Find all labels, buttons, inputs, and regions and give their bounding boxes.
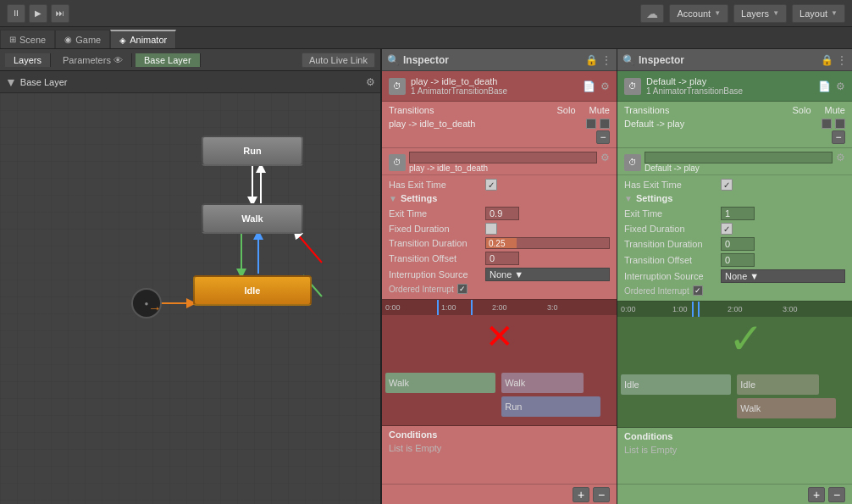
mute-checkbox-right[interactable] bbox=[835, 119, 845, 129]
exit-time-row-left: Exit Time 0.9 bbox=[389, 207, 610, 220]
pause-button[interactable]: ⏸ bbox=[7, 4, 25, 23]
lock-button[interactable]: 🔒 bbox=[585, 54, 598, 66]
transition-offset-input-left[interactable]: 0 bbox=[485, 252, 519, 265]
settings-right: Has Exit Time ▼ Settings Exit Time 1 Fix… bbox=[617, 175, 852, 301]
kebab-menu-button-right[interactable]: ⋮ bbox=[837, 54, 847, 66]
preview-gear-left[interactable]: ⚙ bbox=[600, 152, 610, 163]
solo-checkbox-left[interactable] bbox=[586, 119, 596, 129]
conditions-section-right: Conditions List is Empty bbox=[617, 428, 852, 484]
ordered-interrupt-row-right: Ordered Interrupt bbox=[624, 285, 845, 296]
transition-info-right: ⏱ Default -> play 1 AnimatorTransitionBa… bbox=[617, 71, 852, 102]
top-bar: ⏸ ▶ ⏭ ☁ Account ▼ Layers ▼ Layout ▼ bbox=[0, 0, 852, 27]
transition-offset-row-left: Transition Offset 0 bbox=[389, 252, 610, 265]
layers-dropdown[interactable]: Layers ▼ bbox=[733, 4, 787, 23]
remove-condition-button-left[interactable]: − bbox=[593, 487, 610, 502]
has-exit-time-row-left: Has Exit Time bbox=[389, 179, 610, 191]
kebab-menu-button[interactable]: ⋮ bbox=[601, 54, 611, 66]
layout-dropdown[interactable]: Layout ▼ bbox=[792, 4, 845, 23]
add-condition-button-right[interactable]: + bbox=[808, 487, 825, 502]
transition-duration-input-right[interactable]: 0 bbox=[721, 237, 755, 251]
right-panels: 🔍 Inspector 🔒 ⋮ ⏱ play -> idle_to_death … bbox=[381, 49, 852, 504]
settings-left: Has Exit Time ▼ Settings Exit Time 0.9 F… bbox=[382, 175, 617, 299]
preview-gear-right[interactable]: ⚙ bbox=[836, 152, 845, 163]
ordered-interrupt-row-left: Ordered Interrupt bbox=[389, 284, 610, 294]
fixed-duration-row-right: Fixed Duration bbox=[624, 223, 845, 235]
state-idle[interactable]: Idle bbox=[193, 275, 312, 306]
tab-bar: ⊞ Scene ◉ Game ◈ Animator bbox=[0, 27, 852, 49]
conditions-footer-left: + − bbox=[382, 484, 617, 504]
fixed-duration-checkbox-right[interactable] bbox=[721, 223, 733, 235]
script-button-right[interactable]: 📄 bbox=[818, 80, 831, 92]
transitions-table-right: Transitions Solo Mute Default -> play − bbox=[617, 102, 852, 148]
transition-icon-row-left: ⏱ ⚙ play -> idle_to_death bbox=[382, 148, 617, 175]
exit-time-input-left[interactable]: 0.9 bbox=[485, 207, 519, 220]
settings-section-header-left[interactable]: ▼ Settings bbox=[389, 193, 610, 203]
timeline-ruler-left: 0:00 1:00 2:00 3:0 bbox=[382, 300, 617, 315]
track-walk-right: Walk bbox=[737, 398, 835, 418]
gear-button-right[interactable]: ⚙ bbox=[836, 80, 845, 92]
transition-offset-input-right[interactable]: 0 bbox=[721, 253, 755, 267]
solo-checkbox-right[interactable] bbox=[822, 119, 832, 129]
eye-icon: 👁 bbox=[113, 55, 123, 65]
preview-bar-right bbox=[645, 152, 833, 163]
remove-transition-button-right[interactable]: − bbox=[832, 130, 845, 144]
left-inspector-header: 🔍 Inspector 🔒 ⋮ bbox=[382, 49, 617, 71]
account-dropdown[interactable]: Account ▼ bbox=[669, 4, 728, 23]
timeline-left: 0:00 1:00 2:00 3:0 ✕ Walk bbox=[382, 299, 617, 426]
gear-button-left[interactable]: ⚙ bbox=[600, 80, 610, 92]
tab-animator[interactable]: ◈ Animator bbox=[110, 30, 176, 48]
script-button-left[interactable]: 📄 bbox=[583, 80, 595, 92]
add-condition-button-left[interactable]: + bbox=[573, 487, 589, 502]
remove-condition-button-right[interactable]: − bbox=[828, 487, 845, 502]
mute-checkbox-left[interactable] bbox=[600, 119, 610, 129]
error-x-icon: ✕ bbox=[485, 317, 514, 356]
exit-time-input-right[interactable]: 1 bbox=[721, 207, 755, 220]
transition-icon2-right: ⏱ bbox=[624, 154, 641, 171]
parameters-tab[interactable]: Parameters 👁 bbox=[54, 53, 132, 67]
transition-row-right[interactable]: Default -> play bbox=[624, 117, 845, 130]
scene-icon: ⊞ bbox=[9, 35, 16, 44]
cloud-button[interactable]: ☁ bbox=[640, 4, 664, 23]
playhead-left-right bbox=[692, 302, 694, 317]
transition-info-left: ⏱ play -> idle_to_death 1 AnimatorTransi… bbox=[382, 71, 617, 102]
conditions-footer-right: + − bbox=[617, 484, 852, 504]
tab-game[interactable]: ◉ Game bbox=[55, 30, 110, 48]
layer-gear-button[interactable]: ⚙ bbox=[366, 76, 375, 88]
state-walk[interactable]: Walk bbox=[202, 203, 303, 234]
ordered-interrupt-checkbox-left[interactable] bbox=[457, 284, 467, 294]
transition-icon-right: ⏱ bbox=[624, 78, 641, 95]
interruption-select-left[interactable]: None ▼ bbox=[485, 268, 610, 281]
auto-live-button[interactable]: Auto Live Link bbox=[302, 53, 375, 68]
interruption-row-right: Interruption Source None ▼ bbox=[624, 269, 845, 283]
state-run[interactable]: Run bbox=[202, 136, 303, 166]
interruption-select-right[interactable]: None ▼ bbox=[721, 269, 845, 283]
lock-button-right[interactable]: 🔒 bbox=[821, 54, 833, 66]
account-arrow-icon: ▼ bbox=[714, 9, 721, 17]
transition-duration-bar-left[interactable]: 0.25 bbox=[485, 237, 610, 249]
inspector-icon-right: 🔍 bbox=[622, 54, 635, 66]
animator-panel: Layers Parameters 👁 Base Layer Auto Live… bbox=[0, 49, 381, 504]
track-walk-1-left: Walk bbox=[385, 373, 495, 393]
settings-arrow-icon-right: ▼ bbox=[624, 194, 633, 203]
tab-scene[interactable]: ⊞ Scene bbox=[0, 30, 55, 48]
interruption-row-left: Interruption Source None ▼ bbox=[389, 268, 610, 281]
conditions-section-left: Conditions List is Empty bbox=[382, 426, 617, 484]
layer-expand-icon: ▼ bbox=[5, 75, 17, 89]
check-icon: ✓ bbox=[728, 314, 764, 363]
track-idle-2-right: Idle bbox=[737, 374, 819, 395]
transition-row-left[interactable]: play -> idle_to_death bbox=[389, 117, 610, 130]
ordered-interrupt-checkbox-right[interactable] bbox=[693, 285, 703, 296]
select-arrow-icon-right: ▼ bbox=[750, 271, 759, 281]
inspector-icon: 🔍 bbox=[387, 54, 400, 66]
remove-transition-button-left[interactable]: − bbox=[596, 130, 610, 144]
base-layer-tab[interactable]: Base Layer bbox=[136, 53, 201, 67]
svg-line-9 bbox=[296, 233, 322, 263]
step-button[interactable]: ⏭ bbox=[51, 4, 69, 23]
layers-tab[interactable]: Layers bbox=[5, 53, 51, 67]
select-arrow-icon: ▼ bbox=[514, 269, 523, 280]
fixed-duration-checkbox-left[interactable] bbox=[485, 223, 497, 235]
play-button[interactable]: ▶ bbox=[29, 4, 47, 23]
settings-section-header-right[interactable]: ▼ Settings bbox=[624, 193, 845, 203]
has-exit-time-checkbox-right[interactable] bbox=[721, 179, 733, 191]
has-exit-time-checkbox-left[interactable] bbox=[485, 179, 497, 191]
